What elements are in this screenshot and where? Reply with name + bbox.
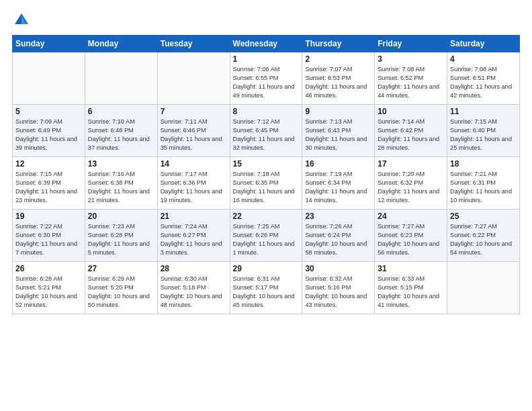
day-number: 28: [161, 264, 227, 273]
day-info: Sunrise: 7:26 AM Sunset: 6:24 PM Dayligh…: [305, 222, 371, 257]
day-info: Sunrise: 7:27 AM Sunset: 6:22 PM Dayligh…: [450, 222, 517, 257]
calendar-cell: 16Sunrise: 7:19 AM Sunset: 6:34 PM Dayli…: [302, 157, 375, 210]
day-number: 23: [305, 212, 371, 221]
day-info: Sunrise: 6:29 AM Sunset: 5:20 PM Dayligh…: [88, 275, 154, 310]
calendar-cell: 25Sunrise: 7:27 AM Sunset: 6:22 PM Dayli…: [447, 210, 520, 262]
day-info: Sunrise: 7:13 AM Sunset: 6:43 PM Dayligh…: [305, 118, 371, 152]
calendar-cell: 18Sunrise: 7:21 AM Sunset: 6:31 PM Dayli…: [447, 157, 520, 210]
calendar-cell: 6Sunrise: 7:10 AM Sunset: 6:48 PM Daylig…: [85, 105, 157, 157]
calendar-cell: 20Sunrise: 7:23 AM Sunset: 6:28 PM Dayli…: [85, 210, 157, 262]
day-number: 31: [378, 264, 444, 273]
day-number: 15: [233, 159, 300, 169]
col-tuesday: Tuesday: [157, 36, 230, 52]
day-info: Sunrise: 7:15 AM Sunset: 6:39 PM Dayligh…: [15, 170, 82, 205]
day-number: 1: [233, 54, 300, 64]
calendar-week-5: 26Sunrise: 6:28 AM Sunset: 5:21 PM Dayli…: [13, 262, 520, 314]
calendar-cell: 28Sunrise: 6:30 AM Sunset: 5:18 PM Dayli…: [157, 262, 230, 314]
calendar-cell: 26Sunrise: 6:28 AM Sunset: 5:21 PM Dayli…: [13, 262, 85, 314]
col-sunday: Sunday: [13, 36, 85, 52]
calendar-cell: 4Sunrise: 7:08 AM Sunset: 6:51 PM Daylig…: [447, 52, 520, 105]
day-number: 7: [161, 107, 227, 116]
calendar-cell: 7Sunrise: 7:11 AM Sunset: 6:46 PM Daylig…: [157, 105, 230, 157]
day-info: Sunrise: 7:23 AM Sunset: 6:28 PM Dayligh…: [88, 222, 154, 257]
calendar-week-1: 1Sunrise: 7:06 AM Sunset: 6:55 PM Daylig…: [13, 52, 520, 105]
day-number: 4: [450, 54, 517, 64]
calendar-cell: 22Sunrise: 7:25 AM Sunset: 6:26 PM Dayli…: [230, 210, 302, 262]
calendar-cell: [85, 52, 157, 105]
day-number: 13: [88, 159, 154, 169]
day-number: 6: [88, 107, 154, 116]
day-info: Sunrise: 7:16 AM Sunset: 6:38 PM Dayligh…: [88, 170, 154, 205]
calendar-cell: 5Sunrise: 7:09 AM Sunset: 6:49 PM Daylig…: [13, 105, 85, 157]
calendar-cell: [447, 262, 520, 314]
calendar-header-row: Sunday Monday Tuesday Wednesday Thursday…: [13, 36, 520, 52]
calendar-cell: 15Sunrise: 7:18 AM Sunset: 6:35 PM Dayli…: [230, 157, 302, 210]
day-info: Sunrise: 7:07 AM Sunset: 6:53 PM Dayligh…: [305, 65, 371, 100]
col-saturday: Saturday: [447, 36, 520, 52]
day-number: 14: [161, 159, 227, 169]
day-info: Sunrise: 7:08 AM Sunset: 6:52 PM Dayligh…: [378, 65, 444, 100]
day-number: 19: [15, 212, 82, 221]
calendar-cell: 14Sunrise: 7:17 AM Sunset: 6:36 PM Dayli…: [157, 157, 230, 210]
day-number: 22: [233, 212, 300, 221]
day-number: 26: [15, 264, 82, 273]
calendar-cell: 27Sunrise: 6:29 AM Sunset: 5:20 PM Dayli…: [85, 262, 157, 314]
calendar-cell: 1Sunrise: 7:06 AM Sunset: 6:55 PM Daylig…: [230, 52, 302, 105]
day-info: Sunrise: 7:17 AM Sunset: 6:36 PM Dayligh…: [161, 170, 227, 205]
day-info: Sunrise: 7:12 AM Sunset: 6:45 PM Dayligh…: [233, 118, 300, 152]
calendar-cell: 8Sunrise: 7:12 AM Sunset: 6:45 PM Daylig…: [230, 105, 302, 157]
day-info: Sunrise: 7:27 AM Sunset: 6:23 PM Dayligh…: [378, 222, 444, 257]
day-number: 8: [233, 107, 300, 116]
day-info: Sunrise: 6:28 AM Sunset: 5:21 PM Dayligh…: [15, 275, 82, 310]
day-number: 5: [15, 107, 82, 116]
day-number: 10: [378, 107, 444, 116]
calendar-cell: 10Sunrise: 7:14 AM Sunset: 6:42 PM Dayli…: [375, 105, 447, 157]
calendar-week-3: 12Sunrise: 7:15 AM Sunset: 6:39 PM Dayli…: [13, 157, 520, 210]
day-info: Sunrise: 7:14 AM Sunset: 6:42 PM Dayligh…: [378, 118, 444, 152]
calendar-cell: [13, 52, 85, 105]
day-info: Sunrise: 7:24 AM Sunset: 6:27 PM Dayligh…: [161, 222, 227, 257]
day-info: Sunrise: 6:33 AM Sunset: 5:15 PM Dayligh…: [378, 275, 444, 310]
day-number: 16: [305, 159, 371, 169]
calendar-cell: 29Sunrise: 6:31 AM Sunset: 5:17 PM Dayli…: [230, 262, 302, 314]
calendar-cell: 2Sunrise: 7:07 AM Sunset: 6:53 PM Daylig…: [302, 52, 375, 105]
header: [12, 11, 520, 30]
day-info: Sunrise: 7:18 AM Sunset: 6:35 PM Dayligh…: [233, 170, 300, 205]
day-info: Sunrise: 7:09 AM Sunset: 6:49 PM Dayligh…: [15, 118, 82, 152]
day-info: Sunrise: 7:21 AM Sunset: 6:31 PM Dayligh…: [450, 170, 517, 205]
calendar-cell: 17Sunrise: 7:20 AM Sunset: 6:32 PM Dayli…: [375, 157, 447, 210]
day-number: 27: [88, 264, 154, 273]
logo: [12, 11, 34, 30]
calendar-cell: 13Sunrise: 7:16 AM Sunset: 6:38 PM Dayli…: [85, 157, 157, 210]
day-info: Sunrise: 6:32 AM Sunset: 5:16 PM Dayligh…: [305, 275, 371, 310]
col-wednesday: Wednesday: [230, 36, 302, 52]
calendar-table: Sunday Monday Tuesday Wednesday Thursday…: [12, 35, 520, 314]
calendar-cell: 3Sunrise: 7:08 AM Sunset: 6:52 PM Daylig…: [375, 52, 447, 105]
calendar-week-2: 5Sunrise: 7:09 AM Sunset: 6:49 PM Daylig…: [13, 105, 520, 157]
day-info: Sunrise: 7:19 AM Sunset: 6:34 PM Dayligh…: [305, 170, 371, 205]
calendar-cell: 11Sunrise: 7:15 AM Sunset: 6:40 PM Dayli…: [447, 105, 520, 157]
day-info: Sunrise: 6:30 AM Sunset: 5:18 PM Dayligh…: [161, 275, 227, 310]
day-number: 17: [378, 159, 444, 169]
calendar-cell: [157, 52, 230, 105]
calendar-cell: 12Sunrise: 7:15 AM Sunset: 6:39 PM Dayli…: [13, 157, 85, 210]
day-number: 20: [88, 212, 154, 221]
page: Sunday Monday Tuesday Wednesday Thursday…: [0, 0, 532, 411]
calendar-cell: 19Sunrise: 7:22 AM Sunset: 6:30 PM Dayli…: [13, 210, 85, 262]
day-number: 25: [450, 212, 517, 221]
day-number: 18: [450, 159, 517, 169]
calendar-cell: 24Sunrise: 7:27 AM Sunset: 6:23 PM Dayli…: [375, 210, 447, 262]
col-thursday: Thursday: [302, 36, 375, 52]
day-number: 30: [305, 264, 371, 273]
day-number: 9: [305, 107, 371, 116]
col-monday: Monday: [85, 36, 157, 52]
day-info: Sunrise: 7:15 AM Sunset: 6:40 PM Dayligh…: [450, 118, 517, 152]
day-number: 12: [15, 159, 82, 169]
calendar-cell: 23Sunrise: 7:26 AM Sunset: 6:24 PM Dayli…: [302, 210, 375, 262]
day-info: Sunrise: 7:20 AM Sunset: 6:32 PM Dayligh…: [378, 170, 444, 205]
day-number: 21: [161, 212, 227, 221]
day-info: Sunrise: 7:22 AM Sunset: 6:30 PM Dayligh…: [15, 222, 82, 257]
day-number: 3: [378, 54, 444, 64]
calendar-cell: 9Sunrise: 7:13 AM Sunset: 6:43 PM Daylig…: [302, 105, 375, 157]
day-info: Sunrise: 7:06 AM Sunset: 6:55 PM Dayligh…: [233, 65, 300, 100]
